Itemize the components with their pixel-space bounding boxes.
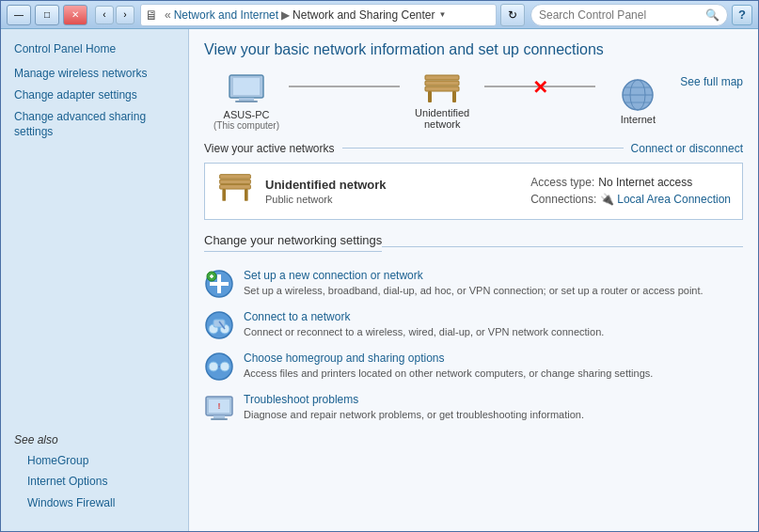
access-type-key: Access type: — [530, 176, 594, 189]
breadcrumb-sep1: « — [165, 8, 171, 22]
node1-sublabel: (This computer) — [213, 120, 279, 131]
search-input[interactable] — [539, 8, 705, 22]
setting-text-3: Troubleshoot problems Diagnose and repai… — [244, 393, 743, 422]
search-bar: 🔍 — [530, 4, 728, 26]
setting-icon-0 — [204, 269, 234, 299]
setting-desc-3: Diagnose and repair network problems, or… — [244, 409, 584, 420]
setting-icon-2 — [204, 352, 234, 382]
network-line2: ✕ — [484, 86, 595, 87]
main-window: — □ ✕ ‹ › 🖥 « Network and Internet ▶ Net… — [0, 0, 759, 532]
page-title: View your basic network information and … — [204, 40, 743, 60]
active-networks-divider: View your active networks Connect or dis… — [204, 142, 743, 155]
breadcrumb-arrow: ▶ — [281, 8, 290, 22]
setting-text-1: Connect to a network Connect or reconnec… — [244, 310, 743, 339]
close-button[interactable]: ✕ — [63, 5, 87, 25]
minimize-button[interactable]: — — [7, 5, 31, 25]
window-controls: — □ ✕ — [7, 5, 87, 25]
breadcrumb-dropdown[interactable]: ▼ — [435, 5, 451, 25]
network-type: Public network — [265, 194, 519, 205]
connections-value: Local Area Connection — [617, 193, 731, 206]
see-full-map-link[interactable]: See full map — [680, 73, 743, 88]
network-bench-icon — [216, 171, 254, 211]
setting-icon-3: ! — [204, 393, 234, 423]
svg-rect-21 — [210, 282, 229, 286]
setting-item-3: ! Troubleshoot problems Diagnose and rep… — [204, 393, 743, 423]
svg-point-31 — [209, 362, 218, 371]
breadcrumb-part2: Network and Sharing Center — [293, 8, 435, 22]
sidebar-link-firewall[interactable]: Windows Firewall — [14, 493, 175, 514]
network-node-unidentified: Unidentified network — [400, 73, 484, 130]
breadcrumb-part1[interactable]: Network and Internet — [174, 8, 278, 22]
access-type-value: No Internet access — [598, 176, 692, 189]
active-networks-label: View your active networks — [204, 142, 335, 155]
sidebar-link-wireless[interactable]: Manage wireless networks — [1, 63, 188, 85]
setting-item-1: Connect to a network Connect or reconnec… — [204, 310, 743, 340]
setting-link-0[interactable]: Set up a new connection or network — [244, 269, 743, 282]
title-bar: — □ ✕ ‹ › 🖥 « Network and Internet ▶ Net… — [1, 1, 758, 29]
svg-point-32 — [220, 362, 229, 371]
sidebar-spacer — [1, 143, 188, 425]
svg-rect-15 — [220, 184, 251, 189]
sidebar-link-adapter[interactable]: Change adapter settings — [1, 85, 188, 106]
breadcrumb-icon: 🖥 — [145, 8, 158, 23]
active-network-card: Unidentified network Public network Acce… — [204, 163, 743, 220]
svg-rect-1 — [233, 78, 260, 95]
network-node-computer: ASUS-PC (This computer) — [204, 73, 289, 131]
forward-button[interactable]: › — [116, 6, 134, 24]
connection-icon: 🔌 — [600, 193, 614, 206]
back-button[interactable]: ‹ — [95, 6, 114, 24]
network-info: Unidentified network Public network — [265, 178, 519, 205]
computer-icon — [226, 73, 267, 109]
setting-item-0: Set up a new connection or network Set u… — [204, 269, 743, 299]
network-name: Unidentified network — [265, 178, 519, 192]
access-type-row: Access type: No Internet access — [530, 176, 731, 189]
breadcrumb-bar: 🖥 « Network and Internet ▶ Network and S… — [140, 4, 497, 26]
see-also-label: See also — [14, 433, 175, 446]
divider-line1 — [342, 148, 624, 149]
connections-link[interactable]: 🔌 Local Area Connection — [600, 193, 731, 206]
nav-arrows: ‹ › — [95, 6, 134, 24]
svg-rect-36 — [213, 415, 225, 418]
network-details: Access type: No Internet access Connecti… — [530, 176, 731, 206]
search-icon[interactable]: 🔍 — [705, 8, 719, 22]
svg-rect-3 — [235, 101, 258, 102]
connections-key: Connections: — [530, 193, 596, 206]
settings-divider: Change your networking settings — [204, 233, 743, 261]
svg-rect-2 — [239, 98, 254, 101]
svg-rect-18 — [220, 174, 251, 179]
network-disconnect-icon: ✕ — [532, 76, 548, 99]
settings-section-label: Change your networking settings — [204, 233, 382, 252]
svg-rect-8 — [425, 75, 459, 80]
svg-rect-7 — [452, 91, 456, 102]
setting-link-2[interactable]: Choose homegroup and sharing options — [244, 352, 743, 365]
sidebar: Control Panel Home Manage wireless netwo… — [1, 29, 189, 531]
connect-disconnect-link[interactable]: Connect or disconnect — [631, 142, 743, 155]
svg-rect-16 — [222, 189, 226, 201]
maximize-button[interactable]: □ — [35, 5, 59, 25]
bench-icon — [421, 73, 463, 107]
network-node-internet: Internet — [595, 78, 680, 125]
sidebar-link-internet-options[interactable]: Internet Options — [14, 471, 175, 493]
sidebar-link-advanced[interactable]: Change advanced sharing settings — [1, 106, 188, 144]
setting-link-3[interactable]: Troubleshoot problems — [244, 393, 743, 406]
setting-desc-1: Connect or reconnect to a wireless, wire… — [244, 326, 604, 337]
svg-rect-5 — [425, 86, 459, 91]
setting-desc-0: Set up a wireless, broadband, dial-up, a… — [244, 285, 704, 296]
globe-icon — [617, 78, 658, 114]
refresh-button[interactable]: ↻ — [500, 4, 525, 26]
node2-label: Unidentified network — [400, 107, 484, 130]
sidebar-home-link[interactable]: Control Panel Home — [1, 39, 188, 63]
setting-link-1[interactable]: Connect to a network — [244, 310, 743, 323]
sidebar-link-homegroup[interactable]: HomeGroup — [14, 450, 175, 472]
svg-rect-4 — [425, 81, 459, 86]
network-line1 — [289, 86, 400, 87]
help-button[interactable]: ? — [732, 5, 752, 25]
setting-text-2: Choose homegroup and sharing options Acc… — [244, 352, 743, 381]
content-area: View your basic network information and … — [189, 29, 758, 531]
see-also-section: See also HomeGroup Internet Options Wind… — [1, 426, 188, 522]
node1-label: ASUS-PC — [224, 109, 270, 120]
setting-item-2: Choose homegroup and sharing options Acc… — [204, 352, 743, 382]
node3-label: Internet — [621, 114, 656, 125]
setting-desc-2: Access files and printers located on oth… — [244, 368, 653, 379]
svg-rect-17 — [245, 189, 248, 201]
